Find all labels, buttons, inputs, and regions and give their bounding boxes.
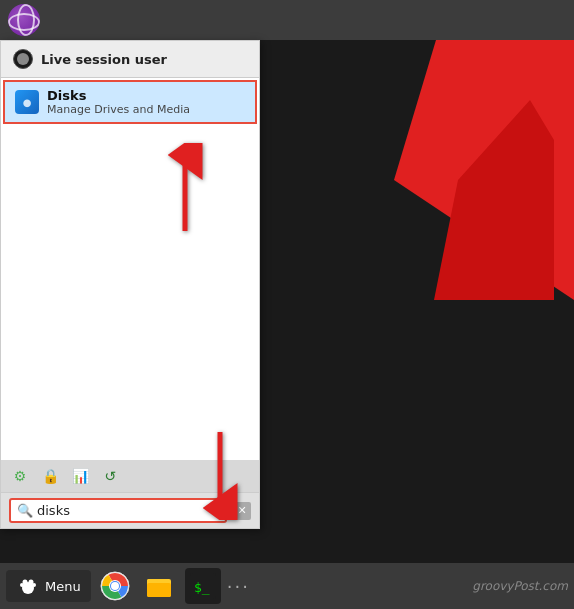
svg-point-8: [32, 583, 36, 587]
app-item-desc-disks: Manage Drives and Media: [47, 103, 190, 116]
taskbar: Menu: [0, 563, 574, 609]
ql-lock-icon[interactable]: 🔒: [39, 465, 61, 487]
arrow-down-annotation: [190, 430, 250, 524]
taskbar-files-button[interactable]: [141, 568, 177, 604]
app-item-text-disks: Disks Manage Drives and Media: [47, 88, 190, 116]
taskbar-terminal-button[interactable]: $_: [185, 568, 221, 604]
svg-text:$_: $_: [194, 580, 210, 595]
svg-point-7: [20, 583, 24, 587]
ql-settings-icon[interactable]: ⚙: [9, 465, 31, 487]
search-input-value[interactable]: disks: [37, 503, 70, 518]
app-menu-body: Disks Manage Drives and Media: [1, 80, 259, 460]
app-menu-header: Live session user: [1, 41, 259, 78]
files-icon: [144, 571, 174, 601]
taskbar-more-dots[interactable]: ···: [227, 576, 250, 597]
username-label: Live session user: [41, 52, 167, 67]
chrome-icon: [100, 571, 130, 601]
ql-refresh-icon[interactable]: ↺: [99, 465, 121, 487]
arrow-up-annotation: [155, 143, 215, 237]
taskbar-menu-button[interactable]: Menu: [6, 570, 91, 602]
search-icon: 🔍: [17, 503, 33, 518]
ql-monitor-icon[interactable]: 📊: [69, 465, 91, 487]
app-item-name-disks: Disks: [47, 88, 190, 103]
user-icon: [13, 49, 33, 69]
svg-rect-15: [147, 583, 171, 597]
taskbar-chrome-button[interactable]: [97, 568, 133, 604]
disks-app-icon: [15, 90, 39, 114]
activities-icon[interactable]: [8, 4, 40, 36]
app-item-disks[interactable]: Disks Manage Drives and Media: [3, 80, 257, 124]
brand-label: groovyPost.com: [472, 579, 568, 593]
top-panel: [0, 0, 574, 40]
svg-point-13: [111, 582, 119, 590]
desktop: Live session user Disks Manage Drives an…: [0, 0, 574, 609]
terminal-icon: $_: [189, 572, 217, 600]
menu-icon: [16, 574, 40, 598]
taskbar-menu-label: Menu: [45, 579, 81, 594]
